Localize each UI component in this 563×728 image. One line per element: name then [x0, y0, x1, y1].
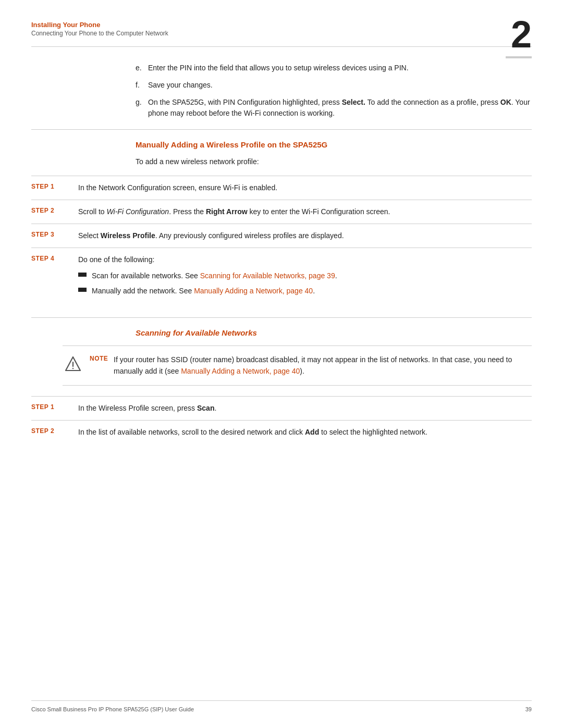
step-manual-2: STEP 2 Scroll to Wi-Fi Configuration. Pr…	[31, 200, 532, 224]
note-label: NOTE	[90, 354, 109, 362]
step-manual-1-content: In the Network Configuration screen, ens…	[78, 182, 532, 193]
step-scan-2-content: In the list of available networks, scrol…	[78, 427, 532, 438]
svg-point-2	[72, 368, 74, 369]
note-label-content: NOTE If your router has SSID (router nam…	[90, 354, 532, 377]
link-manually-adding[interactable]: Manually Adding a Network, page 40	[194, 287, 313, 295]
letter-label-e: e.	[136, 63, 148, 73]
bullet-scan: Scan for available networks. See Scannin…	[78, 270, 532, 281]
bullet-icon-1	[78, 273, 87, 277]
bullet-scan-text: Scan for available networks. See Scannin…	[92, 270, 337, 281]
step-manual-2-label: STEP 2	[31, 206, 78, 214]
letter-content-g: On the SPA525G, with PIN Configuration h…	[148, 97, 532, 119]
bullet-manually-add: Manually add the network. See Manually A…	[78, 286, 532, 297]
scanning-heading: Scanning for Available Networks	[136, 328, 532, 337]
main-content: e. Enter the PIN into the field that all…	[0, 47, 563, 444]
list-item-e: e. Enter the PIN into the field that all…	[136, 63, 532, 73]
manually-adding-intro: To add a new wireless network profile:	[136, 156, 532, 167]
note-text: If your router has SSID (router name) br…	[114, 354, 532, 377]
step-scan-2: STEP 2 In the list of available networks…	[31, 420, 532, 444]
step-manual-3-label: STEP 3	[31, 230, 78, 238]
step-scan-1: STEP 1 In the Wireless Profile screen, p…	[31, 396, 532, 420]
bullet-manually-add-text: Manually add the network. See Manually A…	[92, 286, 315, 297]
footer-page: 39	[525, 706, 532, 712]
step-scan-2-label: STEP 2	[31, 427, 78, 435]
chapter-number-bar	[506, 56, 532, 58]
step-scan-1-content: In the Wireless Profile screen, press Sc…	[78, 403, 532, 414]
step-4-bullets: Scan for available networks. See Scannin…	[78, 270, 532, 297]
step-manual-4: STEP 4 Do one of the following: Scan for…	[31, 248, 532, 307]
letter-label-f: f.	[136, 80, 148, 91]
note-box: NOTE If your router has SSID (router nam…	[63, 346, 532, 386]
chapter-number: 2	[511, 16, 532, 53]
caution-triangle-icon	[65, 355, 81, 372]
step-manual-1: STEP 1 In the Network Configuration scre…	[31, 176, 532, 200]
step-manual-4-label: STEP 4	[31, 254, 78, 262]
section-divider-2	[31, 317, 532, 318]
step-manual-4-content: Do one of the following: Scan for availa…	[78, 254, 532, 301]
step-scan-1-label: STEP 1	[31, 403, 78, 411]
section-subtitle: Connecting Your Phone to the Computer Ne…	[31, 30, 532, 37]
list-item-f: f. Save your changes.	[136, 80, 532, 91]
footer: Cisco Small Business Pro IP Phone SPA525…	[31, 700, 532, 712]
section-divider-1	[31, 129, 532, 130]
step-manual-1-label: STEP 1	[31, 182, 78, 190]
bullet-icon-2	[78, 288, 87, 292]
list-item-g: g. On the SPA525G, with PIN Configuratio…	[136, 97, 532, 119]
letter-content-f: Save your changes.	[148, 80, 532, 91]
link-scanning[interactable]: Scanning for Available Networks, page 39	[200, 272, 335, 280]
section-title: Installing Your Phone	[31, 21, 532, 29]
letter-label-g: g.	[136, 97, 148, 119]
header: Installing Your Phone Connecting Your Ph…	[0, 0, 563, 37]
letter-list: e. Enter the PIN into the field that all…	[136, 63, 532, 119]
note-link-manually-adding[interactable]: Manually Adding a Network, page 40	[181, 367, 300, 375]
footer-text: Cisco Small Business Pro IP Phone SPA525…	[31, 706, 194, 712]
warning-icon	[63, 354, 83, 372]
letter-content-e: Enter the PIN into the field that allows…	[148, 63, 532, 73]
step-manual-2-content: Scroll to Wi-Fi Configuration. Press the…	[78, 206, 532, 217]
step-manual-3: STEP 3 Select Wireless Profile. Any prev…	[31, 224, 532, 248]
page: Installing Your Phone Connecting Your Ph…	[0, 0, 563, 728]
step-manual-3-content: Select Wireless Profile. Any previously …	[78, 230, 532, 241]
manually-adding-heading: Manually Adding a Wireless Profile on th…	[136, 140, 532, 149]
